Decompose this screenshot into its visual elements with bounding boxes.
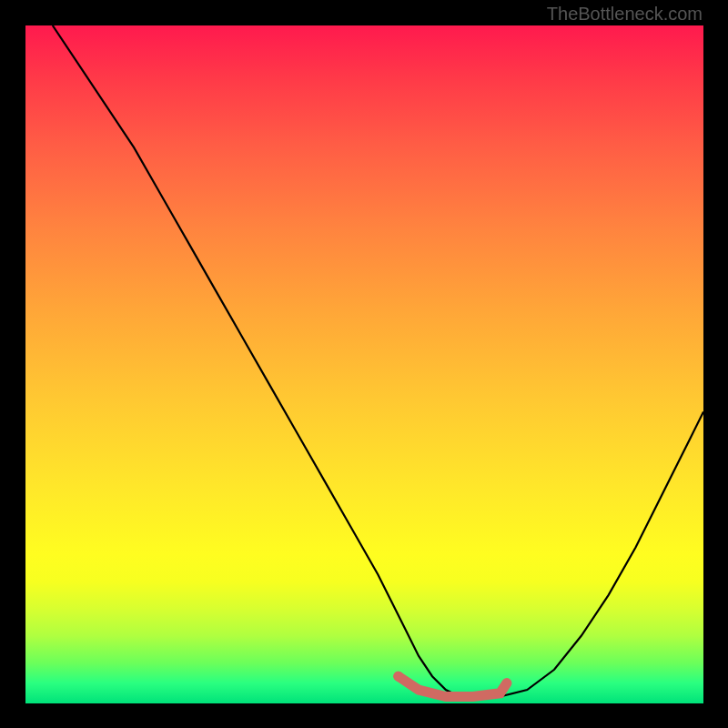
plot-area [25,25,703,703]
optimal-zone-dot [393,672,403,682]
curve-svg [25,25,703,703]
chart-container: TheBottleneck.com [0,0,728,728]
optimal-zone-marker [399,676,507,696]
attribution-text: TheBottleneck.com [547,4,703,25]
bottleneck-curve [53,25,703,697]
